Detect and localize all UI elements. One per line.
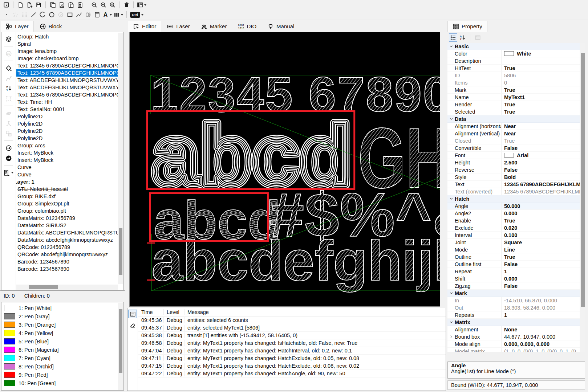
block-out-button[interactable]	[4, 154, 14, 163]
entity-row[interactable]: DataMatrix: abcdefghijklmnopqrstuvwxyz	[16, 236, 118, 244]
property-value[interactable]: MyText1	[501, 94, 580, 101]
property-value[interactable]: 1	[501, 311, 580, 318]
property-value[interactable]: 0.100	[501, 232, 580, 238]
pen-row[interactable]: 10: Pen [Green]	[1, 379, 118, 387]
property-value[interactable]: True	[501, 101, 580, 108]
entity-row[interactable]: Group: Hatch	[16, 33, 118, 40]
entity-row[interactable]: Image: checkerboard.bmp	[16, 55, 118, 62]
property-value[interactable]: 0.000, 0.000, 0.000	[501, 340, 580, 347]
pen-row[interactable]: 7: Pen [Cyan]	[1, 354, 118, 362]
log-row[interactable]: 09:45:36Debugentities: selected 6 counts	[138, 317, 446, 324]
clipboard-list-button[interactable]	[76, 1, 84, 9]
draw-rectangle-button[interactable]	[65, 11, 74, 19]
property-row[interactable]: HitTestTrue	[447, 65, 580, 72]
entity-row[interactable]: Barcode: 1234567890	[16, 265, 118, 273]
expander-icon[interactable]	[447, 333, 455, 340]
property-section-header[interactable]: Matrix	[447, 319, 580, 326]
tab-property[interactable]: Property	[447, 21, 487, 32]
cut-button[interactable]	[57, 1, 66, 9]
paste-button[interactable]	[66, 1, 75, 9]
property-row[interactable]: ID5806	[447, 72, 580, 79]
entity-row[interactable]: Polyline2D	[16, 135, 118, 142]
property-value[interactable]: 0.000	[501, 210, 580, 217]
draw-text-button[interactable]: A	[102, 11, 113, 19]
property-row[interactable]: ZigzagFalse	[447, 282, 580, 290]
collapse-chevron-icon[interactable]	[447, 115, 455, 122]
entity-row[interactable]: Text: Time: HH	[16, 98, 118, 106]
entity-row[interactable]: Insert: MyBlock	[16, 149, 118, 156]
property-value[interactable]: None	[501, 326, 580, 333]
entity-row[interactable]: Polyline2D	[16, 120, 118, 127]
property-value[interactable]: Square	[501, 239, 580, 246]
entity-row[interactable]: Group: SimplexOpt.plt	[16, 200, 118, 207]
log-row[interactable]: 09:45:37Debugentity: selected MyText1 [5…	[138, 324, 446, 332]
pen-row[interactable]: 3: Pen [Orange]	[1, 320, 118, 329]
entity-row[interactable]: Polyline2D	[16, 127, 118, 135]
property-value[interactable]: True	[501, 137, 580, 144]
property-value[interactable]: White	[501, 50, 580, 57]
property-value[interactable]: False	[501, 144, 580, 151]
pen-row[interactable]: 8: Pen [Orchid]	[1, 362, 118, 371]
copy-button[interactable]	[48, 1, 57, 9]
property-row[interactable]: RenderTrue	[447, 101, 580, 108]
draw-line-button[interactable]	[29, 11, 38, 19]
property-row[interactable]: EnableTrue	[447, 217, 580, 224]
info-button[interactable]	[2, 1, 11, 9]
property-value[interactable]: 0.020	[501, 224, 580, 231]
entity-row[interactable]: DataMatrix: ABCDEFGHIJKLMNOPQRSTUVWXYZ	[16, 229, 118, 236]
property-value[interactable]: False	[501, 282, 580, 289]
tab-editor[interactable]: Editor	[128, 21, 161, 32]
property-row[interactable]: ReverseFalse	[447, 166, 580, 173]
draw-point-button[interactable]	[2, 11, 11, 19]
property-value[interactable]: True	[501, 86, 580, 93]
property-value[interactable]: Arial	[501, 152, 580, 159]
property-value[interactable]: False	[501, 166, 580, 173]
entity-row[interactable]: Text: ABCDEFGHIJKLMNOPQRSTUVWXYZ	[16, 84, 118, 91]
property-section-header[interactable]: Hatch	[447, 195, 580, 203]
property-row[interactable]: MarkTrue	[447, 86, 580, 94]
property-row[interactable]: Description	[447, 57, 580, 65]
property-value[interactable]: 12345 67890ABCDEFGHIJKLMNOPQRSTUVWXYZ	[501, 188, 580, 195]
pen-row[interactable]: 2: Pen [Gray]	[1, 312, 118, 320]
save-button[interactable]	[34, 1, 43, 9]
entity-row[interactable]: Group: Arcs	[16, 142, 118, 149]
property-row[interactable]: Interval0.100	[447, 232, 580, 239]
entity-row[interactable]: Text: 12345 67890ABCDEFGHIJKLMNOPQRSTUVW…	[16, 62, 118, 69]
property-row[interactable]: Alignment (horizontal)Near	[447, 123, 580, 130]
property-value[interactable]: Near	[501, 123, 580, 130]
pen-list-scrollbar[interactable]	[118, 303, 123, 390]
tab-block[interactable]: Block	[35, 21, 67, 32]
property-value[interactable]	[501, 57, 580, 64]
property-value[interactable]: 0.000	[501, 275, 580, 282]
property-row[interactable]: Text12345 67890ABCDEFGHIJKLMNOPQRSTUVWXY…	[447, 181, 580, 188]
collapse-chevron-icon[interactable]	[447, 290, 455, 297]
property-value[interactable]: False	[501, 261, 580, 268]
property-row[interactable]: Mode align0.000, 0.000, 0.000	[447, 340, 580, 348]
log-row[interactable]: 09:47:22Debugentity: MyText1 property ha…	[138, 370, 446, 377]
entity-row[interactable]: Text: ABCDEFGHIJKLMNOPQRSTUVWXYZ	[16, 77, 118, 84]
property-section-header[interactable]: Data	[447, 115, 580, 123]
log-row[interactable]: 09:45:38Debugtransit [1] entities with (…	[138, 332, 446, 339]
entity-row[interactable]: Group: BIKE.dxf	[16, 193, 118, 200]
collapse-chevron-icon[interactable]	[447, 43, 455, 50]
canvas-drawing[interactable]: 12345 67890abcdabcdabcdabcdabcdGHIabcdab…	[130, 32, 440, 306]
property-row[interactable]: ModeLine	[447, 246, 580, 253]
property-value[interactable]: 44.677, 10.947, 0.000	[501, 333, 580, 340]
entity-row[interactable]: QRCode: 0123456789	[16, 244, 118, 251]
log-row[interactable]: 09:47:15Debugentity: MyText1 property ha…	[138, 362, 446, 370]
property-value[interactable]: True	[501, 217, 580, 224]
ctrl-shortcut-button[interactable]: Ctrl	[129, 11, 144, 19]
pen-row[interactable]: 9: Pen [Red]	[1, 371, 118, 379]
draw-frame-button[interactable]	[93, 11, 101, 19]
categorized-view-button[interactable]	[449, 33, 457, 42]
property-row[interactable]: Alignment (vertical)Near	[447, 130, 580, 137]
entity-row[interactable]: Group: columbiao.plt	[16, 207, 118, 215]
alphabetical-sort-button[interactable]: AZ	[458, 33, 467, 42]
editor-canvas[interactable]: 12345 67890abcdabcdabcdabcdabcdGHIabcdab…	[129, 32, 440, 307]
property-row[interactable]: JointSquare	[447, 239, 580, 246]
tab-manual[interactable]: Manual	[262, 21, 299, 32]
draw-polyline-button[interactable]	[74, 11, 83, 19]
draw-circle-button[interactable]	[47, 11, 56, 19]
collapse-chevron-icon[interactable]	[447, 319, 455, 326]
draw-spiral-button[interactable]	[84, 11, 92, 19]
